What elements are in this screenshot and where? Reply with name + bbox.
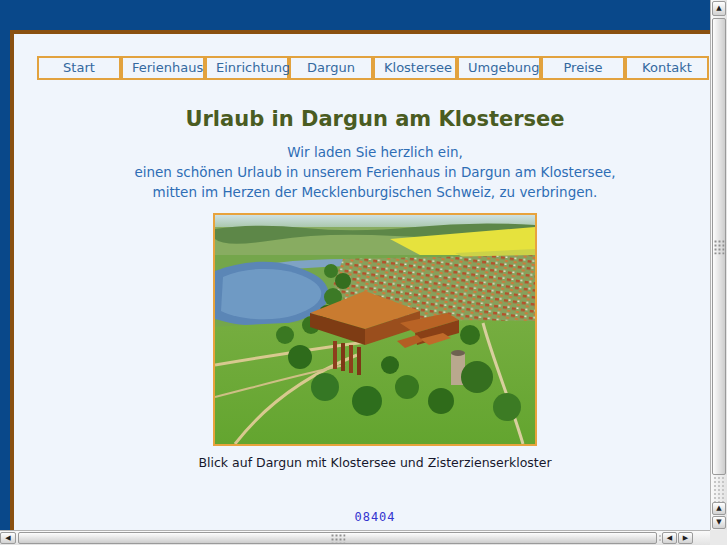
scroll-up-button[interactable]: ▲ — [712, 1, 726, 16]
scrollbar-grip-icon — [714, 239, 725, 254]
nav-button-einrichtung[interactable]: Einrichtung — [205, 56, 289, 80]
intro-line-2: einen schönen Urlaub in unserem Ferienha… — [14, 162, 727, 182]
photo-container — [213, 213, 537, 446]
scroll-left-icon: ◀ — [667, 535, 672, 542]
scroll-left-button-right[interactable]: ◀ — [662, 532, 677, 544]
main-navigation: Start Ferienhaus Einrichtung Dargun Klos… — [14, 56, 727, 80]
scrollbar-corner — [710, 530, 727, 545]
intro-line-1: Wir laden Sie herzlich ein, — [14, 142, 727, 162]
vertical-scrollbar-track[interactable] — [713, 476, 725, 502]
nav-button-kontakt[interactable]: Kontakt — [625, 56, 709, 80]
scrollbar-grip-icon — [330, 534, 345, 543]
scroll-up-icon: ▲ — [716, 5, 721, 12]
page-frame: Start Ferienhaus Einrichtung Dargun Klos… — [10, 30, 727, 545]
browser-viewport: Start Ferienhaus Einrichtung Dargun Klos… — [0, 0, 727, 545]
nav-button-klostersee[interactable]: Klostersee — [373, 56, 457, 80]
nav-button-ferienhaus[interactable]: Ferienhaus — [121, 56, 205, 80]
intro-text: Wir laden Sie herzlich ein, einen schöne… — [14, 142, 727, 202]
scroll-up-button-bottom[interactable]: ▲ — [712, 502, 726, 515]
scroll-left-icon: ◀ — [5, 535, 10, 542]
scroll-down-icon: ▼ — [716, 519, 721, 526]
nav-button-preise[interactable]: Preise — [541, 56, 625, 80]
vertical-scrollbar[interactable]: ▲ ▲ ▼ — [710, 0, 727, 530]
page-title: Urlaub in Dargun am Klostersee — [14, 107, 727, 131]
nav-button-start[interactable]: Start — [37, 56, 121, 80]
visitor-counter: 08404 — [14, 510, 727, 524]
scroll-right-icon: ▶ — [683, 535, 688, 542]
horizontal-scrollbar-thumb[interactable] — [18, 532, 657, 544]
scroll-up-icon: ▲ — [716, 505, 721, 512]
scroll-down-button[interactable]: ▼ — [712, 516, 726, 529]
scroll-left-button[interactable]: ◀ — [0, 532, 16, 544]
nav-button-dargun[interactable]: Dargun — [289, 56, 373, 80]
aerial-photo — [213, 213, 537, 446]
nav-button-umgebung[interactable]: Umgebung — [457, 56, 541, 80]
scroll-right-button[interactable]: ▶ — [678, 532, 693, 544]
horizontal-scrollbar[interactable]: ◀ ◀ ▶ — [0, 530, 710, 545]
photo-caption: Blick auf Dargun mit Klostersee und Zist… — [14, 455, 727, 470]
intro-line-3: mitten im Herzen der Mecklenburgischen S… — [14, 182, 727, 202]
vertical-scrollbar-thumb[interactable] — [712, 18, 726, 475]
